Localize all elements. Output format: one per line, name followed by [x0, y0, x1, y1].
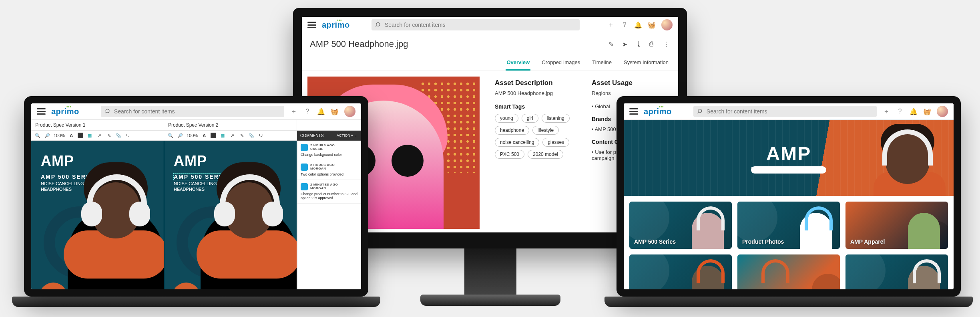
desc-heading: Asset Description [495, 79, 572, 87]
bell-icon[interactable]: 🔔 [634, 21, 642, 29]
brand-hero: AMP THE ART OF SOUND [624, 120, 954, 196]
tab-timeline[interactable]: Timeline [591, 55, 612, 71]
toolbar-2: 🔍 🔎 100% A ▦ ↗ ✎ 📎 🗨 [164, 131, 297, 141]
header: aprimo ＋ ? 🔔 🧺 [302, 17, 678, 33]
collection-card[interactable]: Stock Photos [737, 254, 840, 289]
tag[interactable]: girl [522, 114, 538, 123]
tag[interactable]: 2020 model [528, 150, 563, 159]
hero-sub: NOISE CANCELLING HEADPHONES [174, 181, 217, 192]
version-preview-2[interactable]: AMP AMP 500 SERIES NOISE CANCELLING HEAD… [164, 141, 297, 289]
comment-body: Two color options provided [301, 172, 358, 176]
help-icon[interactable]: ? [896, 107, 904, 115]
attach-tool-icon[interactable]: 📎 [248, 132, 255, 139]
tab-systeminfo[interactable]: System Information [623, 55, 669, 71]
comment[interactable]: 2 HOURS AGOCASSIE Change background colo… [297, 141, 361, 160]
zoom-out-icon[interactable]: 🔎 [44, 132, 50, 139]
collection-card[interactable]: New Products [629, 254, 732, 289]
tag[interactable]: glasses [542, 138, 569, 147]
brand-logo[interactable]: aprimo [644, 107, 672, 116]
collection-card[interactable]: AMP Apparel [845, 202, 948, 249]
zoom-in-icon[interactable]: 🔍 [167, 132, 174, 139]
comment[interactable]: 2 HOURS AGOMORGAN Two color options prov… [297, 160, 361, 180]
search-input[interactable] [114, 108, 280, 115]
search-icon [376, 22, 382, 28]
help-icon[interactable]: ? [621, 21, 629, 29]
menu-icon[interactable] [629, 108, 638, 115]
tag[interactable]: noise cancelling [495, 138, 539, 147]
hero-brand: AMP [174, 153, 207, 170]
comment[interactable]: 2 MINUTES AGOMORGAN Change product numbe… [297, 180, 361, 204]
help-icon[interactable]: ? [303, 107, 311, 115]
pen-tool-icon[interactable]: ✎ [239, 132, 245, 139]
search-input[interactable] [707, 108, 873, 115]
tag[interactable]: PXC 500 [495, 150, 524, 159]
header: aprimo ＋ ? 🔔 🧺 [624, 103, 954, 120]
note-tool-icon[interactable]: 🗨 [258, 132, 264, 139]
comments-action[interactable]: ACTION ▾ ⋮ [337, 133, 358, 137]
fill-tool-icon[interactable] [211, 133, 216, 138]
tab-cropped[interactable]: Cropped Images [541, 55, 581, 71]
tag[interactable]: young [495, 114, 518, 123]
arrow-tool-icon[interactable]: ↗ [96, 132, 102, 139]
bell-icon[interactable]: 🔔 [910, 107, 918, 115]
add-icon[interactable]: ＋ [290, 107, 298, 115]
download-icon[interactable]: ⭳ [636, 40, 643, 48]
text-tool-icon[interactable]: A [201, 132, 207, 139]
search-input-wrap[interactable] [693, 106, 877, 117]
collection-card[interactable]: AMP 500 Series [629, 202, 732, 249]
add-icon[interactable]: ＋ [882, 107, 890, 115]
zoom-out-icon[interactable]: 🔎 [177, 132, 183, 139]
pen-tool-icon[interactable]: ✎ [106, 132, 112, 139]
version-preview-1[interactable]: AMP AMP 500 SERIES NOISE CANCELLING HEAD… [31, 141, 164, 289]
basket-icon[interactable]: 🧺 [648, 21, 656, 29]
header-actions: ＋ ? 🔔 🧺 [882, 106, 948, 117]
text-tool-icon[interactable]: A [68, 132, 74, 139]
fill-tool-icon[interactable] [78, 133, 83, 138]
tab-overview[interactable]: Overview [506, 55, 530, 71]
search-icon [697, 108, 703, 115]
share-icon[interactable]: ➤ [622, 40, 629, 48]
search-icon [105, 108, 111, 115]
arrow-tool-icon[interactable]: ↗ [229, 132, 235, 139]
version-label-1: Product Spec Version 1 [31, 120, 164, 130]
search-input-wrap[interactable] [101, 106, 284, 117]
comment-avatar [301, 144, 308, 151]
print-icon[interactable]: ⎙ [649, 40, 657, 48]
highlight-tool-icon[interactable]: ▦ [219, 132, 226, 139]
comment-avatar [301, 164, 308, 171]
collection-card[interactable]: Wireless Headphones [845, 254, 948, 289]
hero-sub: NOISE CANCELLING HEADPHONES [41, 181, 84, 192]
note-tool-icon[interactable]: 🗨 [125, 132, 131, 139]
comment-avatar [301, 183, 308, 190]
edit-icon[interactable]: ✎ [608, 40, 616, 48]
highlight-tool-icon[interactable]: ▦ [86, 132, 93, 139]
header: aprimo ＋ ? 🔔 🧺 [31, 103, 361, 120]
tag[interactable]: lifestyle [532, 126, 559, 135]
header-actions: ＋ ? 🔔 🧺 [290, 106, 355, 117]
desc-value: AMP 500 Headphone.jpg [495, 90, 572, 96]
avatar[interactable] [937, 106, 948, 117]
hero-brand: AMP [41, 153, 74, 170]
avatar[interactable] [344, 106, 355, 117]
basket-icon[interactable]: 🧺 [331, 107, 339, 115]
attach-tool-icon[interactable]: 📎 [115, 132, 122, 139]
comments-header: COMMENTS ACTION ▾ ⋮ [297, 131, 361, 141]
avatar[interactable] [661, 19, 673, 30]
add-icon[interactable]: ＋ [607, 21, 615, 29]
tag[interactable]: listening [542, 114, 570, 123]
basket-icon[interactable]: 🧺 [923, 107, 931, 115]
menu-icon[interactable] [307, 22, 316, 28]
header-actions: ＋ ? 🔔 🧺 [607, 19, 673, 30]
smarttags-heading: Smart Tags [495, 103, 572, 110]
tag[interactable]: headphone [495, 126, 529, 135]
search-input[interactable] [385, 22, 576, 28]
more-icon[interactable]: ⋮ [663, 40, 670, 48]
brand-logo[interactable]: aprimo [51, 107, 79, 116]
search-input-wrap[interactable] [372, 19, 580, 30]
menu-icon[interactable] [37, 108, 46, 115]
bell-icon[interactable]: 🔔 [317, 107, 325, 115]
collection-grid: AMP 500 Series Product Photos AMP Appare… [624, 196, 954, 289]
brand-logo[interactable]: aprimo [322, 20, 350, 30]
zoom-in-icon[interactable]: 🔍 [34, 132, 41, 139]
collection-card[interactable]: Product Photos [737, 202, 840, 249]
